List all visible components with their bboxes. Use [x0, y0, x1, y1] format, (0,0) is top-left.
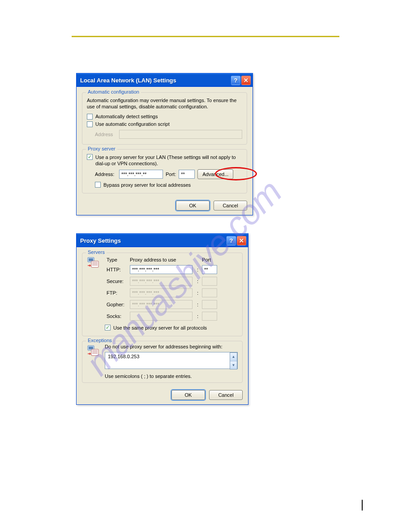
- proxy-port-input[interactable]: [179, 170, 195, 179]
- exceptions-icon: [87, 344, 101, 358]
- ftp-port-input: [202, 288, 217, 297]
- svg-rect-2: [91, 261, 98, 267]
- auto-config-address-input: [119, 130, 242, 139]
- scrollbar[interactable]: ▲ ▼: [230, 352, 237, 369]
- lan-title: Local Area Network (LAN) Settings: [80, 77, 230, 84]
- servers-group: Servers: [82, 253, 243, 336]
- bypass-local-checkbox[interactable]: [95, 182, 101, 188]
- proxy-server-group: Proxy server ✓ Use a proxy server for yo…: [82, 149, 247, 194]
- ok-button[interactable]: OK: [176, 201, 210, 210]
- lan-settings-dialog: Local Area Network (LAN) Settings ? ✕ Au…: [76, 73, 253, 215]
- auto-detect-label: Automatically detect settings: [95, 114, 158, 119]
- servers-table: Type Proxy address to use Port HTTP: :: [105, 256, 219, 322]
- bypass-local-label: Bypass proxy server for local addresses: [103, 182, 191, 188]
- http-port-input[interactable]: [202, 265, 217, 274]
- help-icon[interactable]: ?: [231, 76, 240, 85]
- table-row: Socks: :: [105, 310, 219, 322]
- table-row: FTP: :: [105, 287, 219, 299]
- proxy-titlebar[interactable]: Proxy Settings ? ✕: [77, 234, 248, 247]
- table-row: Gopher: :: [105, 299, 219, 310]
- auto-config-desc: Automatic configuration may override man…: [87, 97, 242, 110]
- auto-detect-checkbox[interactable]: [87, 114, 93, 120]
- use-script-checkbox[interactable]: [87, 121, 93, 127]
- exceptions-legend: Exceptions: [86, 338, 114, 343]
- use-proxy-label: Use a proxy server for your LAN (These s…: [95, 154, 242, 167]
- servers-icon: [87, 256, 101, 270]
- page-divider: [72, 36, 339, 37]
- lan-titlebar[interactable]: Local Area Network (LAN) Settings ? ✕: [77, 73, 253, 87]
- socks-port-input: [202, 312, 217, 321]
- secure-port-input: [202, 277, 217, 286]
- use-proxy-checkbox[interactable]: ✓: [87, 154, 93, 160]
- gopher-port-input: [202, 300, 217, 309]
- close-icon[interactable]: ✕: [241, 76, 251, 85]
- scroll-down-icon[interactable]: ▼: [230, 361, 237, 369]
- page-mark: [362, 500, 363, 511]
- advanced-button[interactable]: Advanced...: [197, 169, 233, 179]
- auto-config-address-label: Address: [95, 132, 116, 137]
- auto-config-group: Automatic configuration Automatic config…: [82, 92, 247, 145]
- proxy-port-label: Port:: [166, 172, 176, 177]
- http-addr-input[interactable]: [130, 265, 193, 274]
- exceptions-note: Use semicolons ( ; ) to separate entries…: [105, 373, 238, 379]
- same-proxy-checkbox[interactable]: ✓: [105, 325, 111, 330]
- exceptions-desc: Do not use proxy server for addresses be…: [105, 344, 238, 349]
- exceptions-textarea[interactable]: 192.168.0.253 ▲ ▼: [105, 352, 238, 369]
- same-proxy-label: Use the same proxy server for all protoc…: [113, 325, 207, 330]
- use-script-label: Use automatic configuration script: [95, 121, 170, 127]
- proxy-address-label: Address:: [95, 172, 116, 177]
- servers-legend: Servers: [86, 249, 107, 255]
- table-row: HTTP: :: [105, 264, 219, 275]
- proxy-title: Proxy Settings: [80, 237, 226, 244]
- svg-rect-7: [89, 347, 93, 349]
- svg-rect-8: [91, 349, 98, 356]
- proxy-legend: Proxy server: [86, 146, 117, 151]
- svg-rect-1: [89, 258, 93, 261]
- ok-button[interactable]: OK: [171, 390, 205, 400]
- close-icon[interactable]: ✕: [237, 236, 246, 245]
- cancel-button[interactable]: Cancel: [209, 390, 243, 400]
- scroll-up-icon[interactable]: ▲: [230, 353, 237, 361]
- proxy-settings-dialog: Proxy Settings ? ✕ Servers: [76, 233, 248, 405]
- help-icon[interactable]: ?: [227, 236, 236, 245]
- auto-config-legend: Automatic configuration: [86, 89, 141, 94]
- addr-header: Proxy address to use: [128, 256, 195, 264]
- ftp-addr-input: [130, 288, 193, 297]
- socks-addr-input: [130, 312, 193, 321]
- port-header: Port: [200, 256, 219, 264]
- secure-addr-input: [130, 277, 193, 286]
- gopher-addr-input: [130, 300, 193, 309]
- proxy-address-input[interactable]: [119, 170, 163, 179]
- exceptions-group: Exceptions Do n: [82, 341, 243, 383]
- type-header: Type: [105, 256, 128, 264]
- table-row: Secure: :: [105, 275, 219, 287]
- cancel-button[interactable]: Cancel: [214, 201, 247, 210]
